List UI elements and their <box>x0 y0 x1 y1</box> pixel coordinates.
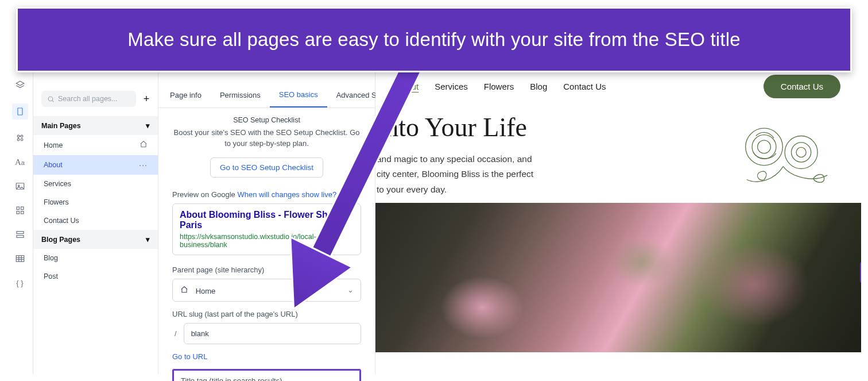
preview-title: About Blooming Bliss - Flower Shop in Pa… <box>180 210 354 230</box>
chevron-down-icon: ▾ <box>146 121 150 130</box>
page-label: About <box>44 161 63 169</box>
database-icon[interactable] <box>14 132 26 144</box>
svg-rect-15 <box>21 211 24 214</box>
svg-point-4 <box>17 135 20 137</box>
hero-body: and magic to any special occasion, and c… <box>377 152 618 197</box>
svg-line-24 <box>52 100 53 101</box>
svg-rect-16 <box>17 232 24 234</box>
page-item-blog[interactable]: Blog <box>33 249 158 267</box>
svg-point-27 <box>758 140 771 153</box>
chevron-down-icon: ⌄ <box>347 286 354 294</box>
scroll-thumb[interactable] <box>860 262 861 283</box>
page-item-about[interactable]: About ··· <box>33 155 158 175</box>
svg-rect-18 <box>16 256 24 262</box>
hero: Into Your Life and magic to any special … <box>375 110 861 203</box>
svg-point-25 <box>746 128 783 166</box>
svg-rect-3 <box>18 108 22 115</box>
image-icon[interactable] <box>14 180 26 192</box>
chevron-down-icon: ▾ <box>146 235 150 244</box>
tab-permissions[interactable]: Permissions <box>211 83 270 107</box>
add-page-button[interactable]: + <box>141 93 152 105</box>
parent-page-select[interactable]: Home ⌄ <box>172 279 361 302</box>
home-icon <box>140 140 148 150</box>
svg-rect-14 <box>17 211 20 214</box>
slug-slash: / <box>172 329 179 338</box>
section-icon[interactable] <box>14 229 26 240</box>
text-icon[interactable]: Aa <box>14 156 26 168</box>
pages-icon[interactable] <box>12 103 28 120</box>
svg-rect-12 <box>17 207 20 210</box>
more-icon[interactable]: ··· <box>139 160 148 170</box>
parent-page-label: Parent page (site hierarchy) <box>172 265 361 274</box>
title-tag-label: Title tag (title in search results) <box>181 376 352 381</box>
pages-panel: Search all pages... + Main Pages ▾ Home … <box>33 57 158 374</box>
title-tag-section: Title tag (title in search results) ↺ <box>172 369 361 381</box>
table-icon[interactable] <box>14 253 26 264</box>
page-label: Flowers <box>44 198 69 206</box>
svg-point-5 <box>21 135 23 137</box>
instruction-banner: Make sure all pages are easy to identify… <box>16 7 852 72</box>
page-item-home[interactable]: Home <box>33 135 158 155</box>
tool-rail: Aa { } <box>7 57 33 374</box>
nav-flowers[interactable]: Flowers <box>484 82 514 91</box>
page-item-services[interactable]: Services <box>33 175 158 193</box>
svg-rect-17 <box>17 236 24 238</box>
svg-point-30 <box>796 147 806 157</box>
svg-point-7 <box>21 138 23 141</box>
site-preview: About Services Flowers Blog Contact Us C… <box>375 57 861 374</box>
search-input[interactable]: Search all pages... <box>41 91 136 107</box>
code-icon[interactable]: { } <box>14 277 26 288</box>
hero-title: Into Your Life <box>377 112 731 143</box>
rose-line-art <box>731 112 840 193</box>
page-item-post[interactable]: Post <box>33 267 158 286</box>
grid-icon[interactable] <box>14 205 26 216</box>
page-label: Services <box>44 180 71 188</box>
page-item-contact[interactable]: Contact Us <box>33 211 158 230</box>
section-label: Blog Pages <box>41 236 80 244</box>
svg-point-23 <box>48 97 53 101</box>
page-label: Contact Us <box>44 217 79 225</box>
svg-rect-13 <box>21 207 24 210</box>
preview-label: Preview on Google When will changes show… <box>172 190 361 199</box>
tab-seo-basics[interactable]: SEO basics <box>270 83 327 107</box>
section-blog-pages[interactable]: Blog Pages ▾ <box>33 230 158 249</box>
nav-about[interactable]: About <box>396 82 418 91</box>
slug-input[interactable] <box>184 323 361 344</box>
nav-blog[interactable]: Blog <box>530 82 547 91</box>
checklist-blurb: Boost your site's SEO with the SEO Setup… <box>172 128 361 149</box>
search-placeholder: Search all pages... <box>58 95 118 103</box>
page-label: Home <box>44 141 63 149</box>
page-label: Post <box>44 272 58 280</box>
svg-point-29 <box>792 143 811 162</box>
section-main-pages[interactable]: Main Pages ▾ <box>33 116 158 135</box>
home-icon <box>180 285 189 294</box>
tab-page-info[interactable]: Page info <box>161 83 211 107</box>
page-settings-panel: Page info Permissions SEO basics Advance… <box>158 57 375 374</box>
parent-page-value: Home <box>196 287 216 295</box>
checklist-header: SEO Setup Checklist <box>172 116 361 124</box>
page-item-flowers[interactable]: Flowers <box>33 193 158 211</box>
contact-cta-button[interactable]: Contact Us <box>764 75 840 98</box>
svg-point-6 <box>17 138 20 141</box>
instruction-text: Make sure all pages are easy to identify… <box>127 29 741 51</box>
changes-live-link[interactable]: When will changes show live? <box>237 190 336 199</box>
preview-url: https://slvksamsonstudio.wixstudio.io/lo… <box>180 233 354 249</box>
section-label: Main Pages <box>41 122 81 130</box>
layers-icon[interactable] <box>14 79 26 91</box>
editor-app: Aa { } Search all pages... + Main Pages … <box>7 57 861 374</box>
go-to-url-link[interactable]: Go to URL <box>172 352 207 361</box>
nav-contact[interactable]: Contact Us <box>563 82 606 91</box>
go-to-checklist-button[interactable]: Go to SEO Setup Checklist <box>210 157 323 178</box>
slug-label: URL slug (last part of the page's URL) <box>172 310 361 318</box>
google-preview: About Blooming Bliss - Flower Shop in Pa… <box>172 203 361 255</box>
svg-point-28 <box>785 136 817 169</box>
page-label: Blog <box>44 254 58 262</box>
hero-photo <box>375 203 861 352</box>
nav-services[interactable]: Services <box>435 82 468 91</box>
svg-marker-2 <box>16 81 24 86</box>
settings-tabs: Page info Permissions SEO basics Advance… <box>158 83 375 108</box>
